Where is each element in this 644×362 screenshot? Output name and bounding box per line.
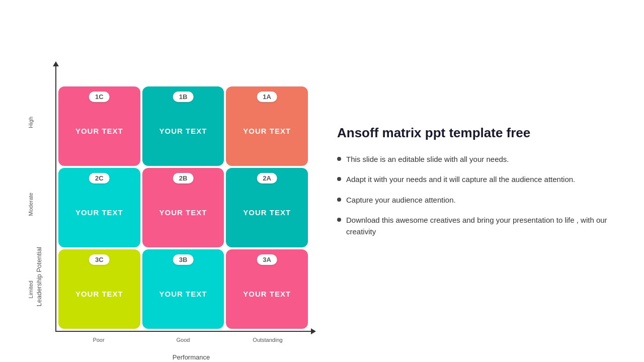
y-tick-high: High bbox=[28, 117, 34, 128]
bullet-item-0: This slide is an editable slide with all… bbox=[337, 154, 619, 165]
bullet-text-2: Capture your audience attention. bbox=[346, 195, 456, 206]
cell-2b: 2BYOUR TEXT bbox=[142, 168, 224, 247]
y-tick-limited: Limited bbox=[28, 281, 34, 298]
cell-badge-3b: 3B bbox=[173, 254, 194, 265]
cell-3a: 3AYOUR TEXT bbox=[226, 249, 308, 329]
cell-badge-1a: 1A bbox=[257, 92, 277, 102]
cell-text-1b: YOUR TEXT bbox=[159, 127, 207, 135]
chart-container: Leadership Potential Limited Moderate Hi… bbox=[55, 55, 327, 347]
y-axis-label: Leadership Potential bbox=[35, 247, 45, 307]
cell-badge-3c: 3C bbox=[89, 254, 110, 265]
cell-text-3a: YOUR TEXT bbox=[243, 290, 291, 298]
bullet-list: This slide is an editable slide with all… bbox=[337, 154, 619, 238]
cell-badge-2b: 2B bbox=[173, 173, 194, 184]
cell-text-1a: YOUR TEXT bbox=[243, 127, 291, 135]
text-content: Ansoff matrix ppt template free This sli… bbox=[332, 115, 624, 247]
cell-2a: 2AYOUR TEXT bbox=[226, 168, 308, 247]
bullet-item-1: Adapt it with your needs and it will cap… bbox=[337, 174, 619, 186]
cell-badge-1b: 1B bbox=[173, 92, 194, 102]
cell-2c: 2CYOUR TEXT bbox=[58, 168, 140, 247]
cell-text-3c: YOUR TEXT bbox=[75, 290, 123, 298]
cell-text-2c: YOUR TEXT bbox=[75, 208, 123, 217]
bullet-dot-1 bbox=[337, 177, 341, 181]
cell-text-2a: YOUR TEXT bbox=[243, 208, 291, 217]
bullet-text-3: Download this awesome creatives and brin… bbox=[346, 215, 619, 237]
cell-text-1c: YOUR TEXT bbox=[75, 127, 123, 135]
bullet-item-2: Capture your audience attention. bbox=[337, 195, 619, 206]
x-tick-poor: Poor bbox=[57, 337, 140, 343]
cell-badge-2a: 2A bbox=[257, 173, 277, 184]
cell-1c: 1CYOUR TEXT bbox=[58, 86, 140, 166]
cell-badge-2c: 2C bbox=[89, 173, 110, 184]
cell-3c: 3CYOUR TEXT bbox=[58, 249, 140, 329]
cell-text-3b: YOUR TEXT bbox=[159, 290, 207, 298]
cell-badge-1c: 1C bbox=[89, 92, 110, 102]
bullet-item-3: Download this awesome creatives and brin… bbox=[337, 215, 619, 237]
y-tick-moderate: Moderate bbox=[28, 193, 34, 216]
x-ticks: Poor Good Outstanding bbox=[56, 337, 310, 343]
cell-badge-3a: 3A bbox=[257, 254, 277, 265]
cell-1a: 1AYOUR TEXT bbox=[226, 86, 308, 166]
slide-title: Ansoff matrix ppt template free bbox=[337, 125, 619, 142]
slide: Leadership Potential Limited Moderate Hi… bbox=[0, 0, 644, 362]
bullet-dot-0 bbox=[337, 157, 341, 161]
cell-3b: 3BYOUR TEXT bbox=[142, 249, 224, 329]
cell-1b: 1BYOUR TEXT bbox=[142, 86, 224, 166]
x-axis-title: Performance bbox=[173, 353, 210, 361]
x-tick-outstanding: Outstanding bbox=[226, 337, 309, 343]
matrix-area: Leadership Potential Limited Moderate Hi… bbox=[30, 15, 312, 347]
bullet-text-1: Adapt it with your needs and it will cap… bbox=[346, 174, 575, 186]
bullet-dot-3 bbox=[337, 218, 341, 222]
x-axis bbox=[55, 331, 312, 332]
cell-text-2b: YOUR TEXT bbox=[159, 208, 207, 217]
matrix-grid: 1CYOUR TEXT1BYOUR TEXT1AYOUR TEXT2CYOUR … bbox=[56, 84, 310, 331]
y-ticks: Limited Moderate High bbox=[28, 84, 34, 331]
x-tick-good: Good bbox=[141, 337, 225, 343]
bullet-dot-2 bbox=[337, 198, 341, 202]
bullet-text-0: This slide is an editable slide with all… bbox=[346, 154, 509, 165]
